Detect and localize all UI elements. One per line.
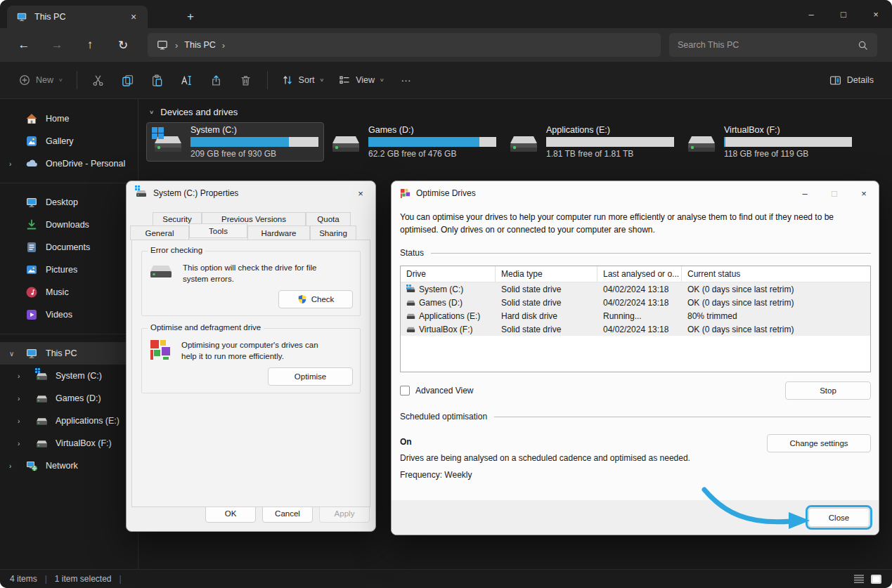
expander-icon[interactable]: › [18,432,20,455]
column-header-last-analysed[interactable]: Last analysed or o... [597,266,682,282]
new-button[interactable]: New ∨ [11,67,70,93]
sidebar-item-gallery[interactable]: Gallery [0,130,138,152]
details-view-toggle[interactable] [853,574,865,584]
drive-icon [330,129,361,155]
status-separator: | [119,574,122,584]
drive-tile-games-d[interactable]: Games (D:) 62.2 GB free of 476 GB [324,122,502,162]
onedrive-icon [25,157,38,170]
back-button[interactable]: ← [11,33,37,57]
maximize-button[interactable]: □ [820,181,849,205]
cancel-label: Cancel [275,509,300,518]
details-pane-icon [829,74,842,86]
sidebar-item-applications-e[interactable]: › Applications (E:) [0,410,138,432]
tab-hardware[interactable]: Hardware [247,226,310,240]
sidebar-item-virtualbox-f[interactable]: › VirtualBox (F:) [0,432,138,455]
sidebar-item-games-d[interactable]: › Games (D:) [0,387,138,410]
properties-dialog: System (C:) Properties × Security Previo… [126,181,376,532]
tab-close-icon[interactable]: × [125,9,142,25]
expander-icon[interactable]: › [18,365,20,387]
copy-button[interactable] [113,67,143,93]
change-settings-label: Change settings [789,439,848,447]
capacity-bar-fill [190,137,289,147]
expander-icon[interactable]: › [9,455,11,477]
tab-sharing[interactable]: Sharing [310,226,356,240]
minimize-button[interactable]: – [790,181,820,205]
selected-count: 1 item selected [55,574,112,584]
view-button[interactable]: View ∨ [331,67,391,93]
sidebar-item-network[interactable]: › Network [0,455,138,477]
stop-button[interactable]: Stop [785,381,871,400]
sidebar-item-home[interactable]: Home [0,107,138,130]
sidebar-item-this-pc[interactable]: ∨ This PC [0,342,138,365]
tab-quota[interactable]: Quota [306,212,351,226]
dialog-title: System (C:) Properties [153,188,238,198]
table-row[interactable]: System (C:) Solid state drive 04/02/2024… [401,282,870,296]
sidebar-item-label: Downloads [46,220,89,230]
properties-title-bar: System (C:) Properties × [127,181,375,205]
cut-button[interactable] [84,67,113,93]
sidebar-item-downloads[interactable]: Downloads [0,214,138,236]
sidebar-item-pictures[interactable]: Pictures [0,259,138,281]
cell-current-status: OK (0 days since last retrim) [682,325,870,334]
table-row[interactable]: Games (D:) Solid state drive 04/02/2024 … [401,296,870,309]
expander-icon[interactable]: › [9,152,11,175]
table-row[interactable]: VirtualBox (F:) Solid state drive 04/02/… [401,322,870,336]
sidebar-item-videos[interactable]: Videos [0,303,138,326]
sort-button[interactable]: Sort ∨ [274,67,332,93]
view-icon [338,74,351,86]
breadcrumb-this-pc[interactable]: This PC [184,40,215,50]
sidebar-item-desktop[interactable]: Desktop [0,191,138,214]
maximize-button[interactable]: □ [827,0,860,28]
column-header-media-type[interactable]: Media type [496,266,597,282]
column-header-current-status[interactable]: Current status [682,266,870,282]
drive-tile-virtualbox-f[interactable]: VirtualBox (F:) 118 GB free of 119 GB [680,122,858,162]
up-button[interactable]: ↑ [77,33,103,57]
advanced-view-checkbox[interactable] [400,386,410,396]
scheduled-state: On [400,437,767,447]
share-button[interactable] [202,67,231,93]
tab-this-pc[interactable]: This PC × [7,6,148,28]
minimize-button[interactable]: – [795,0,827,28]
expander-icon[interactable]: › [18,410,20,432]
forward-button[interactable]: → [44,33,70,57]
rename-button[interactable] [172,67,202,93]
close-dialog-button[interactable]: Close [808,508,870,527]
change-settings-button[interactable]: Change settings [767,434,871,452]
expander-icon[interactable]: › [18,387,20,410]
drive-windows-icon [35,370,48,382]
column-header-drive[interactable]: Drive [401,266,496,282]
optimise-button[interactable]: Optimise [268,367,353,386]
tab-general[interactable]: General [130,226,189,240]
check-button[interactable]: Check [278,290,353,308]
expander-icon[interactable]: ∨ [9,342,14,365]
close-button[interactable]: × [860,0,892,28]
refresh-button[interactable]: ↻ [110,33,136,57]
delete-button[interactable] [231,67,261,93]
cell-drive: Applications (E:) [419,311,480,321]
details-pane-button[interactable]: Details [822,67,881,93]
section-devices-and-drives[interactable]: ∨ Devices and drives [146,107,892,117]
search-input[interactable] [678,40,839,50]
close-button[interactable]: × [346,181,375,205]
sidebar-item-documents[interactable]: Documents [0,236,138,259]
search-box[interactable] [669,33,877,57]
section-rule [494,417,871,417]
paste-button[interactable] [143,67,172,93]
sidebar-item-onedrive[interactable]: › OneDrive - Personal [0,152,138,175]
drive-tile-system-c[interactable]: System (C:) 209 GB free of 930 GB [146,122,324,162]
tab-tools[interactable]: Tools [189,223,247,238]
details-label: Details [847,75,874,85]
sidebar-item-system-c[interactable]: › System (C:) [0,365,138,387]
more-options-button[interactable]: … [392,67,421,93]
dialog-window-controls: – □ × [790,181,879,205]
sidebar-item-label: Documents [46,242,90,252]
close-button[interactable]: × [849,181,879,205]
table-row[interactable]: Applications (E:) Hard disk drive Runnin… [401,309,870,322]
optimise-body: You can optimise your drives to help you… [392,205,879,480]
drive-tile-applications-e[interactable]: Applications (E:) 1.81 TB free of 1.81 T… [502,122,680,162]
address-bar[interactable]: › This PC › [148,33,661,57]
new-tab-button[interactable]: + [180,6,201,27]
large-icons-view-toggle[interactable] [870,574,882,584]
drive-free-space: 62.2 GB free of 476 GB [368,149,496,159]
sidebar-item-music[interactable]: Music [0,281,138,303]
